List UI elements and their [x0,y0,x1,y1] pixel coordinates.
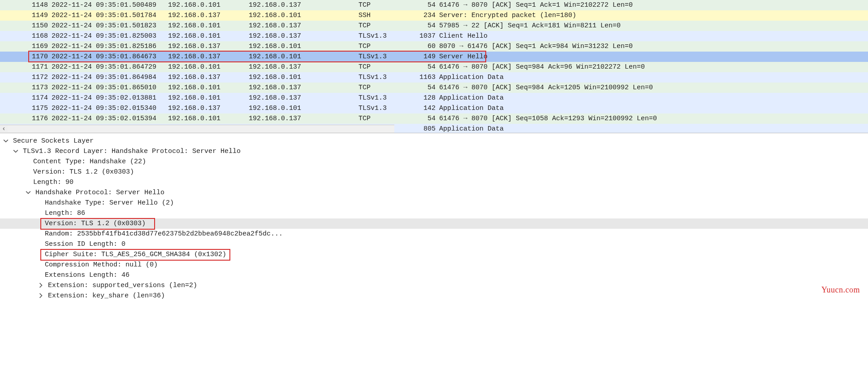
tree-item[interactable]: Length: 90 [0,177,868,188]
packet-time: 2022-11-24 09:35:01.865010 [52,83,168,93]
packet-no: 1149 [0,10,52,21]
tree-item[interactable]: Content Type: Handshake (22) [0,157,868,167]
tree-item[interactable]: Version: TLS 1.2 (0x0303) [0,167,868,177]
tree-random: Random: 2535bbf41fb41cd38d77e62375b2d2bb… [45,230,283,238]
packet-info: 61476 → 8070 [ACK] Seq=1058 Ack=1293 Win… [439,113,868,124]
packet-info: Application Data [439,103,868,113]
tree-hs-length: Length: 86 [45,209,85,217]
packet-info: Server Hello [439,52,868,62]
chevron-down-icon[interactable] [25,188,31,198]
packet-time: 2022-11-24 09:35:02.015340 [52,103,168,113]
packet-source: 192.168.0.137 [168,103,249,113]
chevron-down-icon[interactable] [13,146,19,157]
tree-hs-root-label: Handshake Protocol: Server Hello [35,189,164,196]
packet-length: 54 [412,113,439,124]
packet-destination: 192.168.0.101 [249,72,358,83]
packet-time: 2022-11-24 09:35:02.013881 [52,93,168,103]
packet-row[interactable]: 11702022-11-24 09:35:01.864673192.168.0.… [0,52,868,62]
packet-row[interactable]: 11762022-11-24 09:35:02.015394192.168.0.… [0,113,868,124]
packet-destination: 192.168.0.101 [249,103,358,113]
packet-info: Client Hello [439,31,868,41]
tree-item[interactable]: Handshake Type: Server Hello (2) [0,198,868,208]
packet-row[interactable]: 11492022-11-24 09:35:01.501784192.168.0.… [0,10,868,21]
tree-item[interactable]: Length: 86 [0,208,868,218]
packet-protocol: TLSv1.3 [358,31,412,41]
horizontal-scrollbar[interactable]: ‹ [0,125,394,133]
packet-no: 1176 [0,113,52,124]
tree-root[interactable]: Secure Sockets Layer [0,136,868,146]
packet-row[interactable]: 11742022-11-24 09:35:02.013881192.168.0.… [0,93,868,103]
packet-row[interactable]: 11502022-11-24 09:35:01.501823192.168.0.… [0,21,868,31]
packet-protocol: TCP [358,83,412,93]
packet-destination: 192.168.0.137 [249,0,358,10]
packet-list-panel[interactable]: 11482022-11-24 09:35:01.500489192.168.0.… [0,0,868,133]
tree-root-label: Secure Sockets Layer [13,137,94,145]
packet-destination: 192.168.0.137 [249,93,358,103]
packet-length: 1037 [412,31,439,41]
packet-source: 192.168.0.137 [168,10,249,21]
detail-tree-panel[interactable]: Secure Sockets Layer TLSv1.3 Record Laye… [0,133,868,375]
packet-protocol: TCP [358,21,412,31]
packet-row[interactable]: 11732022-11-24 09:35:01.865010192.168.0.… [0,83,868,93]
tree-item-ext[interactable]: Extension: key_share (len=36) [0,291,868,301]
packet-protocol: TLSv1.3 [358,103,412,113]
packet-info: 61476 → 8070 [ACK] Seq=984 Ack=1205 Win=… [439,83,868,93]
packet-no: 1169 [0,41,52,52]
packet-no: 1175 [0,103,52,113]
tree-rec-length: Length: 90 [33,179,73,186]
packet-length: 54 [412,21,439,31]
packet-protocol: TLSv1.3 [358,72,412,83]
packet-source: 192.168.0.101 [168,83,249,93]
chevron-down-icon[interactable] [3,136,9,146]
chevron-right-icon[interactable] [38,291,44,301]
scrollbar-track[interactable] [8,126,394,132]
packet-info: Application Data [439,93,868,103]
packet-time: 2022-11-24 09:35:01.501823 [52,21,168,31]
packet-destination: 192.168.0.101 [249,10,358,21]
packet-length: 1163 [412,72,439,83]
packet-protocol: TCP [358,113,412,124]
packet-destination: 192.168.0.101 [249,41,358,52]
packet-protocol: SSH [358,10,412,21]
tree-item[interactable]: Compression Method: null (0) [0,260,868,270]
packet-row[interactable]: 11722022-11-24 09:35:01.864984192.168.0.… [0,72,868,83]
packet-source: 192.168.0.101 [168,21,249,31]
packet-row[interactable]: 11682022-11-24 09:35:01.825003192.168.0.… [0,31,868,41]
tree-item-version[interactable]: Version: TLS 1.2 (0x0303) [0,218,868,229]
packet-destination: 192.168.0.137 [249,21,358,31]
packet-info: Application Data [439,124,868,133]
tree-record-layer[interactable]: TLSv1.3 Record Layer: Handshake Protocol… [0,146,868,157]
packet-source: 192.168.0.137 [168,52,249,62]
packet-length: 805 [412,124,439,133]
tree-item[interactable]: Session ID Length: 0 [0,239,868,249]
tree-hs-type: Handshake Type: Server Hello (2) [45,199,174,207]
packet-no: 1174 [0,93,52,103]
tree-compression: Compression Method: null (0) [45,261,158,269]
packet-row[interactable]: 11752022-11-24 09:35:02.015340192.168.0.… [0,103,868,113]
packet-row[interactable]: 11692022-11-24 09:35:01.825186192.168.0.… [0,41,868,52]
packet-protocol: TCP [358,62,412,72]
tree-handshake-root[interactable]: Handshake Protocol: Server Hello [0,188,868,198]
chevron-right-icon[interactable] [38,280,44,291]
packet-row[interactable]: 11712022-11-24 09:35:01.864729192.168.0.… [0,62,868,72]
packet-no: 1170 [0,52,52,62]
packet-info: Server: Encrypted packet (len=180) [439,10,868,21]
tree-hs-version: Version: TLS 1.2 (0x0303) [45,220,146,227]
packet-row[interactable]: 11482022-11-24 09:35:01.500489192.168.0.… [0,0,868,10]
scroll-left-icon[interactable]: ‹ [0,126,8,132]
tree-item-ext[interactable]: Extension: supported_versions (len=2) [0,280,868,291]
tree-content-type: Content Type: Handshake (22) [33,158,146,166]
packet-destination: 192.168.0.137 [249,62,358,72]
packet-length: 128 [412,93,439,103]
packet-no: 1171 [0,62,52,72]
tree-item[interactable]: Extensions Length: 46 [0,270,868,280]
tree-rec-version: Version: TLS 1.2 (0x0303) [33,168,134,176]
packet-source: 192.168.0.137 [168,72,249,83]
packet-destination: 192.168.0.137 [249,31,358,41]
tree-item-cipher[interactable]: Cipher Suite: TLS_AES_256_GCM_SHA384 (0x… [0,249,868,260]
packet-source: 192.168.0.101 [168,62,249,72]
packet-no: 1148 [0,0,52,10]
tree-item[interactable]: Random: 2535bbf41fb41cd38d77e62375b2d2bb… [0,229,868,239]
packet-length: 54 [412,83,439,93]
packet-source: 192.168.0.101 [168,31,249,41]
